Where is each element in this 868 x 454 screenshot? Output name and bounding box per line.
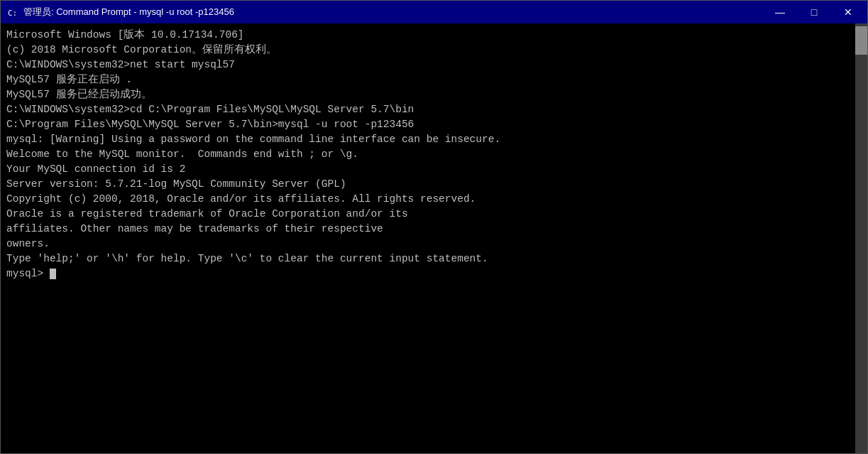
terminal-line: Your MySQL connection id is 2 [6,162,862,177]
terminal-line: C:\Program Files\MySQL\MySQL Server 5.7\… [6,117,862,132]
svg-text:C:: C: [8,9,17,18]
cmd-icon: C: [6,6,19,18]
close-button[interactable]: ✕ [832,3,864,21]
terminal-line: Type 'help;' or '\h' for help. Type '\c'… [6,252,862,266]
terminal-line: mysql> [6,266,862,281]
maximize-button[interactable]: □ [798,3,830,21]
terminal-line: mysql: [Warning] Using a password on the… [6,132,862,147]
terminal-line: Microsoft Windows [版本 10.0.17134.706] [6,28,862,43]
title-bar: C: 管理员: Command Prompt - mysql -u root -… [1,1,867,23]
terminal-line: Oracle is a registered trademark of Orac… [6,207,862,222]
window-controls: — □ ✕ [764,3,864,21]
terminal-line: affiliates. Other names may be trademark… [6,222,862,237]
terminal-line: (c) 2018 Microsoft Corporation。保留所有权利。 [6,43,862,58]
terminal-body[interactable]: Microsoft Windows [版本 10.0.17134.706](c)… [1,23,867,453]
terminal-line: C:\WINDOWS\system32>cd C:\Program Files\… [6,102,862,117]
terminal-line: MySQL57 服务正在启动 . [6,72,862,87]
cmd-window: C: 管理员: Command Prompt - mysql -u root -… [0,0,868,454]
terminal-cursor [50,269,56,279]
window-title: 管理员: Command Prompt - mysql -u root -p12… [23,6,862,18]
terminal-content: Microsoft Windows [版本 10.0.17134.706](c)… [6,28,862,281]
minimize-button[interactable]: — [764,3,796,21]
terminal-line: owners. [6,237,862,252]
scrollbar-thumb[interactable] [855,26,867,55]
terminal-line: Copyright (c) 2000, 2018, Oracle and/or … [6,192,862,207]
scrollbar[interactable] [855,23,867,453]
terminal-line: Server version: 5.7.21-log MySQL Communi… [6,177,862,192]
terminal-line: Welcome to the MySQL monitor. Commands e… [6,147,862,162]
terminal-line: MySQL57 服务已经启动成功。 [6,87,862,102]
terminal-line: C:\WINDOWS\system32>net start mysql57 [6,58,862,72]
